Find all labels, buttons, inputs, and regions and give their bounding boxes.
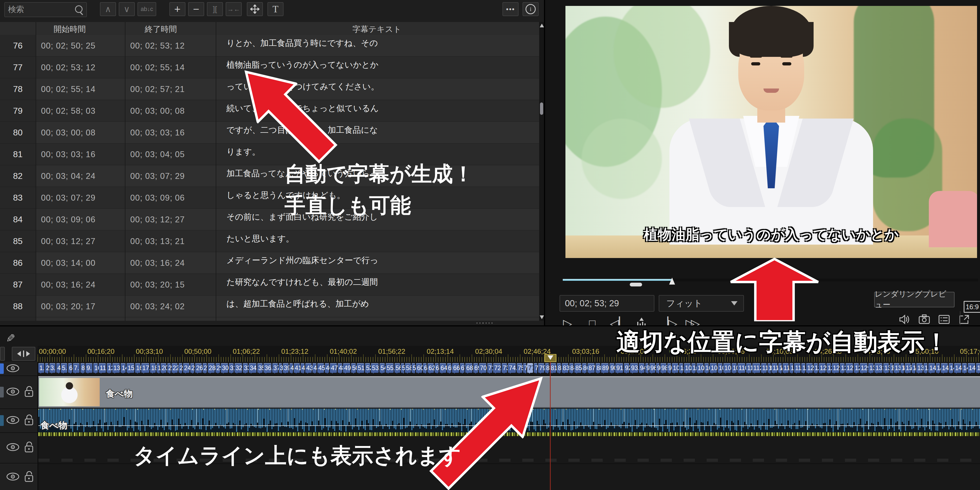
subtitle-clip[interactable]: 17. — [141, 363, 149, 373]
subtitle-clip[interactable]: 105. — [704, 363, 709, 373]
subtitle-clip[interactable]: 108. — [723, 363, 731, 373]
start-time-cell[interactable]: 00; 03; 20; 17 — [41, 295, 95, 317]
subtitle-clip[interactable]: 45. — [317, 363, 324, 373]
end-time-cell[interactable]: 00; 03; 04; 05 — [130, 144, 185, 165]
subtitle-clip[interactable]: 58. — [405, 363, 411, 373]
subtitle-clip[interactable]: 28. — [208, 363, 215, 373]
next-subtitle-button[interactable]: ∨ — [119, 2, 135, 16]
subtitle-clip[interactable]: 38. — [279, 363, 282, 373]
subtitle-clip[interactable]: 51. — [357, 363, 364, 373]
subtitle-clip[interactable]: 90. — [609, 363, 614, 373]
subtitle-clip[interactable]: 24. — [183, 363, 189, 373]
subtitle-clip[interactable]: 20. — [161, 363, 166, 373]
subtitle-clip[interactable]: 30. — [221, 363, 228, 373]
subtitle-clip[interactable]: 11. — [99, 363, 106, 373]
subtitle-clip[interactable]: 91. — [615, 363, 623, 373]
subtitle-clip[interactable]: 54. — [379, 363, 385, 373]
subtitle-clip[interactable]: 13. — [112, 363, 120, 373]
subtitle-clip[interactable]: 92. — [624, 363, 629, 373]
start-time-cell[interactable]: 00; 03; 04; 24 — [41, 165, 95, 187]
subtitle-clip[interactable]: 40. — [290, 363, 293, 373]
end-time-cell[interactable]: 00; 03; 00; 08 — [130, 100, 185, 122]
subtitle-clip[interactable]: 112. — [752, 363, 760, 373]
subtitle-clip[interactable]: 18. — [150, 363, 156, 373]
subtitle-clip[interactable]: 127. — [845, 363, 853, 373]
end-time-cell[interactable]: 00; 02; 55; 14 — [130, 57, 185, 78]
subtitle-clip[interactable]: 132. — [883, 363, 889, 373]
subtitle-clip[interactable]: 145. — [962, 363, 967, 373]
track-visibility-eye-icon[interactable] — [6, 415, 20, 425]
subtitle-clip[interactable]: 44. — [312, 363, 317, 373]
subtitle-clip[interactable]: 1. — [38, 363, 44, 373]
subtitle-clip[interactable]: 94. — [639, 363, 644, 373]
subtitle-clip[interactable]: 39. — [283, 363, 289, 373]
seek-handle[interactable] — [669, 278, 675, 284]
start-time-cell[interactable]: 00; 03; 07; 29 — [41, 187, 95, 209]
end-time-cell[interactable]: 00; 03; 09; 06 — [130, 187, 185, 209]
text-tool-button[interactable]: T — [267, 2, 283, 16]
subtitle-text-cell[interactable]: メディーランド州の臨床センターで行っ — [226, 255, 379, 266]
subtitle-clip[interactable]: 97. — [656, 363, 660, 373]
subtitle-clip[interactable]: 36. — [263, 363, 272, 373]
subtitle-text-cell[interactable]: ります。 — [226, 146, 260, 158]
subtitle-text-cell[interactable]: りとか、加工食品買う時にですね、その — [226, 38, 378, 49]
track-visibility-eye-icon[interactable] — [6, 472, 20, 481]
subtitle-clip[interactable]: 49. — [343, 363, 350, 373]
subtitle-clip[interactable]: 119. — [794, 363, 800, 373]
subtitle-clip[interactable]: 69. — [473, 363, 478, 373]
subtitle-text-cell[interactable]: た研究なんですけれども、最初の二週間 — [226, 276, 378, 288]
audio-mute-icon[interactable] — [898, 313, 911, 326]
start-time-cell[interactable]: 00; 03; 00; 08 — [41, 122, 95, 144]
subtitle-clip[interactable]: 93. — [630, 363, 638, 373]
start-time-cell[interactable]: 00; 02; 55; 14 — [41, 78, 95, 100]
playhead-marker[interactable] — [544, 354, 556, 362]
subtitle-clip[interactable]: 113. — [761, 363, 767, 373]
subtitle-clip[interactable]: 15. — [126, 363, 134, 373]
subtitle-clip[interactable]: 136. — [905, 363, 911, 373]
subtitle-clip[interactable]: 104. — [697, 363, 703, 373]
subtitle-row-partial[interactable]: ちゃ、使われている食品を食べてもら — [0, 317, 539, 321]
render-preview-button[interactable]: レンダリングプレビュー — [874, 292, 955, 307]
subtitle-clip[interactable]: 42. — [301, 363, 304, 373]
subtitle-clip[interactable]: 33. — [243, 363, 248, 373]
subtitle-clip[interactable]: 106. — [710, 363, 717, 373]
track-visibility-eye-icon[interactable] — [6, 442, 20, 452]
track-lock-icon[interactable] — [24, 471, 34, 482]
track-visibility-eye-icon[interactable] — [6, 364, 20, 373]
subtitle-clip[interactable]: 135. — [900, 363, 904, 373]
subtitle-text-cell[interactable]: たいと思います。 — [226, 233, 294, 244]
subtitle-clip[interactable]: 102. — [684, 363, 690, 373]
split-subtitle-button[interactable]: ][ — [207, 2, 223, 16]
subtitle-clip[interactable]: 61. — [423, 363, 426, 373]
remove-subtitle-button[interactable]: − — [188, 2, 204, 16]
start-time-cell[interactable]: 00; 02; 50; 25 — [41, 35, 95, 57]
subtitle-clip[interactable]: 52. — [365, 363, 370, 373]
end-time-cell[interactable]: 00; 03; 24; 02 — [130, 295, 185, 317]
subtitle-clip[interactable]: 128. — [854, 363, 859, 373]
table-scrollbar[interactable] — [539, 22, 544, 321]
subtitle-clip[interactable]: 12. — [107, 363, 111, 373]
subtitle-text-cell[interactable]: は、超加工食品と呼ばれる、加工がめ — [226, 298, 369, 310]
subtitle-clip[interactable]: 62. — [428, 363, 434, 373]
subtitle-clip[interactable]: 7. — [73, 363, 80, 373]
start-time-cell[interactable]: 00; 03; 14; 00 — [41, 252, 95, 274]
subtitle-clip[interactable]: 8. — [80, 363, 85, 373]
subtitle-clip[interactable]: 109. — [732, 363, 737, 373]
subtitle-clip[interactable]: 85. — [574, 363, 581, 373]
subtitle-clip[interactable]: 103. — [691, 363, 696, 373]
subtitle-clip[interactable]: 82. — [557, 363, 561, 373]
end-time-cell[interactable]: 00; 03; 12; 27 — [130, 209, 185, 230]
subtitle-clip[interactable]: 144. — [954, 363, 961, 373]
snap-button[interactable] — [12, 347, 35, 361]
start-time-cell[interactable]: 00; 02; 58; 03 — [41, 100, 95, 122]
subtitle-clip[interactable]: 64. — [439, 363, 446, 373]
subtitle-clip[interactable]: 131. — [874, 363, 883, 373]
subtitle-clip[interactable]: 21. — [167, 363, 171, 373]
subtitle-clip[interactable]: 37. — [272, 363, 278, 373]
subtitle-clip[interactable]: 98. — [660, 363, 667, 373]
search-input[interactable] — [8, 3, 73, 16]
subtitle-clip[interactable]: 139. — [923, 363, 928, 373]
snapshot-camera-icon[interactable] — [918, 313, 931, 326]
pop-out-icon[interactable] — [958, 313, 970, 326]
subtitle-clip[interactable]: 70. — [479, 363, 486, 373]
